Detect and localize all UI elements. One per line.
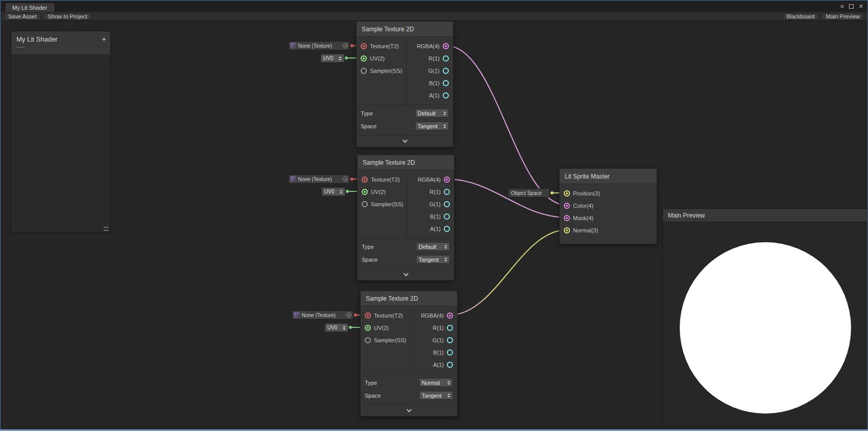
port-label: Texture(T2) — [370, 43, 399, 49]
port-r-out[interactable] — [444, 189, 450, 195]
port-a-out[interactable] — [443, 92, 449, 99]
space-label: Space — [362, 257, 378, 263]
show-in-project-button[interactable]: Show In Project — [44, 13, 91, 20]
uv-channel-dropdown-1[interactable]: UV0 — [321, 54, 344, 63]
port-uv-in[interactable] — [362, 189, 368, 195]
texture-thumbnail-icon — [290, 43, 297, 49]
node-sample-texture-2d-2[interactable]: Sample Texture 2D Texture(T2) UV(2) Samp… — [357, 154, 455, 281]
port-r-out[interactable] — [447, 325, 453, 331]
object-space-connector-dot[interactable] — [550, 191, 554, 194]
add-property-button[interactable]: + — [102, 34, 106, 43]
port-label: R(1) — [433, 325, 444, 331]
port-b-out[interactable] — [443, 80, 449, 86]
port-normal-in[interactable] — [564, 227, 570, 233]
port-b-out[interactable] — [447, 349, 453, 356]
type-dropdown[interactable]: Normal — [419, 378, 453, 387]
port-label: B(1) — [429, 80, 440, 86]
main-preview-viewport[interactable] — [663, 222, 867, 426]
main-preview-panel[interactable]: Main Preview — [662, 208, 867, 427]
port-r-out[interactable] — [443, 55, 449, 62]
node-sample-texture-2d-1[interactable]: Sample Texture 2D Texture(T2) UV(2) Samp… — [356, 21, 453, 147]
collapse-preview-button[interactable] — [358, 268, 454, 280]
space-dropdown[interactable]: Tangent — [415, 122, 449, 130]
type-dropdown[interactable]: Default — [416, 242, 450, 251]
port-rgba-out[interactable] — [443, 43, 449, 49]
tab-my-lit-shader[interactable]: My Lit Shader — [5, 3, 55, 12]
main-preview-toggle-button[interactable]: Main Preview — [822, 13, 864, 20]
space-dropdown[interactable]: Tangent — [416, 255, 450, 264]
port-label: UV(2) — [370, 55, 385, 62]
port-sampler-in[interactable] — [361, 68, 367, 74]
uv-connector-dot-1[interactable] — [345, 56, 348, 60]
port-label: Texture(T2) — [371, 177, 400, 183]
uv-connector-dot-2[interactable] — [346, 190, 349, 193]
stepper-icon — [447, 381, 450, 385]
maximize-icon[interactable] — [849, 4, 854, 9]
texture-thumbnail-icon — [294, 312, 300, 318]
save-asset-button[interactable]: Save Asset — [4, 13, 41, 20]
blackboard-resize-grip[interactable] — [104, 227, 109, 231]
port-label: UV(2) — [371, 189, 386, 195]
texture-object-field-2[interactable]: None (Texture) — [288, 174, 350, 184]
type-dropdown[interactable]: Default — [415, 109, 449, 117]
port-texture-in[interactable] — [361, 43, 367, 49]
menu-icon[interactable]: ≡ — [840, 3, 843, 9]
port-rgba-out[interactable] — [444, 177, 450, 183]
space-dropdown[interactable]: Tangent — [419, 391, 453, 400]
type-value: Default — [418, 110, 436, 116]
stepper-icon — [340, 190, 343, 194]
graph-canvas[interactable]: My Lit Shader + Sample Texture 2D Textur… — [1, 21, 867, 429]
node-lit-sprite-master[interactable]: Lit Sprite Master Position(3) Color(4) M… — [559, 168, 657, 244]
texture-field-label: None (Texture) — [298, 43, 341, 49]
blackboard-toggle-button[interactable]: Blackboard — [782, 13, 819, 20]
node-title[interactable]: Sample Texture 2D — [357, 22, 453, 37]
object-picker-icon[interactable] — [343, 177, 348, 182]
port-g-out[interactable] — [447, 337, 453, 343]
port-color-in[interactable] — [564, 203, 570, 209]
port-label: G(1) — [428, 68, 440, 74]
collapse-preview-button[interactable] — [361, 404, 457, 416]
close-icon[interactable]: ✕ — [859, 3, 863, 10]
port-uv-in[interactable] — [365, 325, 371, 331]
position-space-field[interactable]: Object Space — [508, 188, 550, 198]
uv-connector-dot-3[interactable] — [349, 326, 352, 329]
port-b-out[interactable] — [444, 213, 450, 220]
port-rgba-out[interactable] — [447, 312, 453, 319]
uv-channel-dropdown-3[interactable]: UV0 — [325, 323, 348, 332]
blackboard-header: My Lit Shader + — [11, 31, 110, 55]
main-preview-title: Main Preview — [663, 209, 867, 222]
texture-object-field-1[interactable]: None (Texture) — [288, 41, 350, 50]
port-g-out[interactable] — [443, 68, 449, 74]
node-sample-texture-2d-3[interactable]: Sample Texture 2D Texture(T2) UV(2) Samp… — [360, 290, 458, 417]
stepper-icon — [343, 326, 346, 330]
texture-field-connector-dot-2[interactable] — [350, 178, 353, 181]
port-a-out[interactable] — [444, 226, 450, 232]
texture-object-field-3[interactable]: None (Texture) — [292, 310, 353, 320]
position-space-value: Object Space — [511, 190, 542, 196]
port-texture-in[interactable] — [365, 312, 371, 319]
stepper-icon — [443, 124, 446, 128]
node-title[interactable]: Sample Texture 2D — [358, 155, 454, 170]
object-picker-icon[interactable] — [346, 312, 351, 318]
texture-field-connector-dot-1[interactable] — [350, 44, 353, 47]
wire-rgba3-to-normal[interactable] — [450, 230, 567, 315]
port-mask-in[interactable] — [564, 215, 570, 221]
stepper-icon — [339, 56, 342, 61]
port-texture-in[interactable] — [362, 177, 368, 183]
object-picker-icon[interactable] — [343, 43, 348, 48]
port-sampler-in[interactable] — [362, 201, 368, 207]
port-label: Normal(3) — [573, 227, 598, 233]
texture-field-connector-dot-3[interactable] — [354, 314, 357, 317]
port-position-in[interactable] — [564, 190, 570, 197]
port-g-out[interactable] — [444, 201, 450, 207]
uv-value: UV0 — [323, 55, 333, 61]
node-title[interactable]: Sample Texture 2D — [361, 291, 457, 306]
port-uv-in[interactable] — [361, 55, 367, 62]
node-title[interactable]: Lit Sprite Master — [560, 169, 657, 184]
port-label: RGBA(4) — [418, 177, 441, 183]
blackboard-panel[interactable]: My Lit Shader + — [11, 31, 111, 233]
port-sampler-in[interactable] — [365, 337, 371, 343]
collapse-preview-button[interactable] — [357, 135, 453, 147]
uv-channel-dropdown-2[interactable]: UV0 — [322, 187, 345, 196]
port-a-out[interactable] — [447, 362, 453, 368]
